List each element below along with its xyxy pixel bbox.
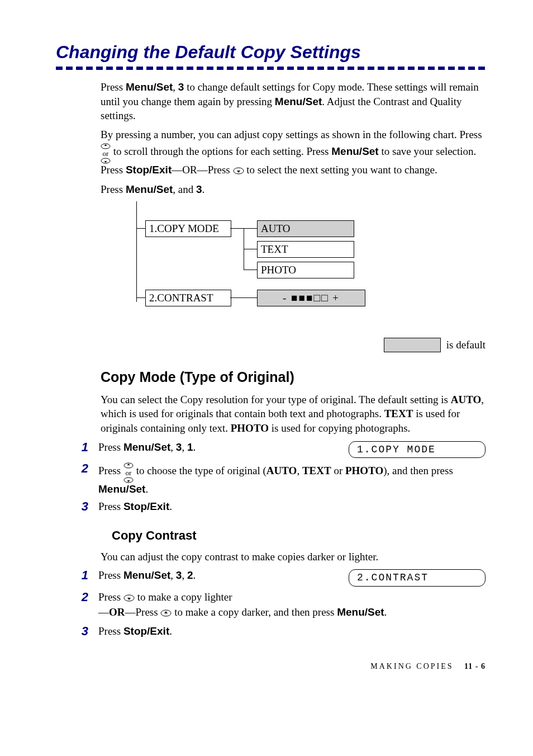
arrow-up-down-icon: or	[123, 462, 134, 483]
menu-copy-mode: 1.COPY MODE	[145, 220, 231, 237]
copy-mode-step-3: 3 Press Stop/Exit.	[78, 499, 486, 515]
option-photo: PHOTO	[257, 262, 354, 278]
page-footer: MAKING COPIES 11 - 6	[56, 662, 486, 672]
intro-p1: Press Menu/Set, 3 to change default sett…	[101, 80, 486, 123]
svg-marker-7	[127, 464, 130, 465]
copy-mode-step-1: 1 Press Menu/Set, 3, 1. 1.COPY MODE	[78, 440, 486, 458]
lcd-contrast: 2.CONTRAST	[349, 569, 486, 586]
legend: is default	[101, 338, 486, 352]
svg-marker-1	[104, 144, 107, 146]
step-number: 3	[78, 498, 88, 515]
copy-contrast-step-3: 3 Press Stop/Exit.	[78, 624, 486, 640]
copy-mode-step-2: 2 Press or to choose the type of origina…	[78, 461, 486, 497]
step-number: 1	[78, 439, 88, 456]
arrow-up-icon	[160, 606, 172, 621]
intro-p2: By pressing a number, you can adjust cop…	[101, 127, 486, 178]
menu-tree-diagram: 1.COPY MODE AUTO TEXT PHOTO 2.CONTRAST -…	[101, 201, 486, 324]
svg-marker-3	[104, 161, 107, 163]
svg-marker-5	[237, 171, 240, 173]
copy-mode-body: You can select the Copy resolution for y…	[101, 393, 486, 436]
page-title: Changing the Default Copy Settings	[56, 40, 486, 64]
section-copy-mode: Copy Mode (Type of Original)	[101, 368, 486, 387]
legend-swatch	[384, 338, 441, 352]
step-number: 3	[78, 623, 88, 640]
menu-contrast: 2.CONTRAST	[145, 290, 231, 306]
page-number: 11 - 6	[464, 662, 486, 670]
intro-p3: Press Menu/Set, and 3.	[101, 182, 486, 197]
section-copy-contrast: Copy Contrast	[112, 527, 486, 544]
option-auto: AUTO	[257, 220, 354, 237]
arrow-down-icon	[233, 164, 244, 178]
copy-contrast-step-1: 1 Press Menu/Set, 3, 2. 2.CONTRAST	[78, 568, 486, 586]
title-rule	[56, 67, 486, 70]
svg-marker-13	[164, 611, 168, 613]
copy-contrast-body: You can adjust the copy contrast to make…	[101, 550, 486, 564]
lcd-copy-mode: 1.COPY MODE	[349, 441, 486, 458]
svg-marker-11	[127, 598, 131, 600]
svg-marker-9	[127, 480, 130, 482]
step-number: 2	[78, 589, 88, 606]
step-number: 1	[78, 567, 88, 584]
legend-label: is default	[446, 338, 486, 352]
option-text: TEXT	[257, 241, 354, 258]
arrow-down-icon	[123, 591, 135, 606]
copy-contrast-step-2: 2 Press to make a copy lighter —OR—Press…	[78, 590, 486, 621]
option-contrast: - ■■■□□ +	[257, 290, 365, 306]
footer-section: MAKING COPIES	[370, 662, 453, 670]
arrow-up-down-icon: or	[101, 143, 111, 164]
step-number: 2	[78, 460, 88, 477]
